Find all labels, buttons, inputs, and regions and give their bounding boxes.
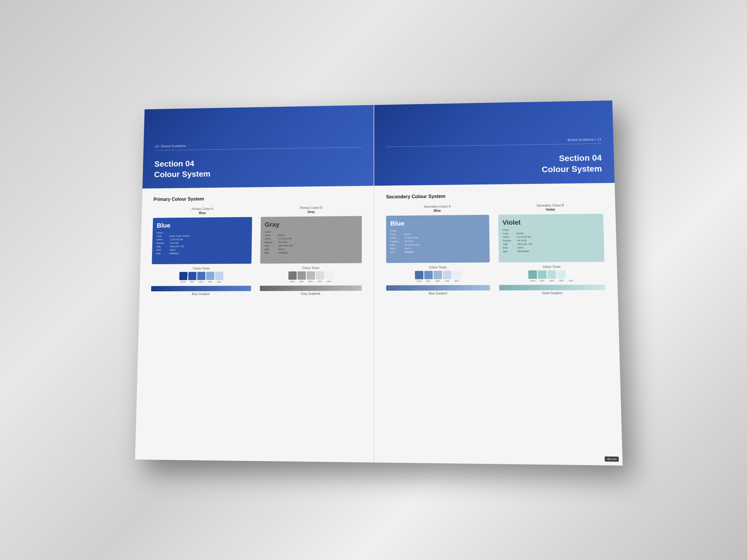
violet-gradient-bar	[499, 285, 605, 290]
gray-tone-4	[315, 271, 324, 280]
blue2-colour-card: Blue Colour Code: 222222 CMYK : 12 34 56…	[386, 215, 490, 263]
right-section-line2: Colour System	[542, 163, 602, 175]
blue-tones-label: Colour Tones	[192, 267, 210, 270]
blue2-tone-3	[433, 271, 442, 279]
primary-colour-heading: Primary Colour System	[153, 195, 362, 202]
blue2-tone-2	[424, 271, 433, 279]
primary-a-label: Primary Colour A	[191, 207, 213, 210]
primary-b-label: Primary Colour B	[300, 206, 322, 210]
blue-tone-2	[188, 272, 196, 280]
blue-tone-4	[206, 272, 214, 280]
blue-tones	[151, 272, 251, 280]
blue-gradient-bar	[151, 286, 251, 291]
gray-card-name: Gray	[265, 220, 358, 229]
violet-colour-card: Violet Colour Code: 222222 CMYK : 12 34 …	[498, 214, 604, 262]
watermark: ui8.com	[604, 456, 619, 462]
blue-colour-card: Blue Colour Code: Colour Code: 222222 CM…	[152, 217, 252, 264]
right-section-line1: Section 04	[541, 153, 601, 164]
blue2-tone-1	[415, 271, 423, 279]
page-right: Brand Guideline | 13 Section 04 Colour S…	[374, 101, 623, 466]
gray-gradient-label: Gray Gradientt	[301, 292, 320, 295]
gray-tone-5	[325, 271, 333, 280]
blue2-tones	[386, 270, 490, 279]
primary-a-col: Primary Colour A Blue Blue Colour Code: …	[151, 207, 252, 296]
left-brand-label: 12 | Brand Guideline	[155, 141, 362, 148]
gray-tones	[260, 271, 362, 280]
left-header-rule	[155, 147, 362, 151]
blue2-tone-5	[452, 271, 461, 279]
secondary-b-label: Secondery Colour B	[536, 204, 564, 207]
right-header-rule	[386, 143, 601, 147]
blue-tone-3	[197, 272, 205, 280]
secondary-a-col: Secondery Colour A Blue Blue Colour Code…	[386, 205, 490, 295]
blue-tone-1	[179, 272, 187, 280]
primary-b-name: Gray	[307, 210, 315, 213]
primary-a-name: Blue	[199, 211, 206, 215]
secondary-b-col: Secondery Colour B Violet Violet Colour …	[498, 203, 605, 295]
gray-tones-label: Colour Tones	[302, 266, 319, 270]
primary-b-col: Primary Colour B Gray Gray Colour Code: …	[260, 206, 362, 295]
gray-gradient-bar	[260, 285, 361, 291]
left-header-band: 12 | Brand Guideline Section 04 Colour S…	[142, 105, 374, 189]
blue-card-name: Blue	[156, 221, 248, 230]
right-section-title: Section 04 Colour System	[541, 153, 602, 175]
secondary-a-name: Blue	[434, 209, 441, 212]
blue2-gradient-label: Blue Gradient	[429, 292, 447, 295]
secondary-a-label: Secondery Colour A	[424, 205, 450, 208]
blue-gradient-label: Blue Gradient	[192, 292, 210, 295]
violet-tones-label: Colour Tones	[542, 265, 561, 268]
page-left: 12 | Brand Guideline Section 04 Colour S…	[135, 105, 374, 463]
gray-tone-2	[297, 271, 306, 280]
secondary-b-name: Violet	[546, 208, 555, 211]
left-section-title: Section 04 Colour System	[154, 156, 362, 180]
book-spread: 12 | Brand Guideline Section 04 Colour S…	[135, 101, 623, 466]
violet-card-info: Colour Code: 222222 CMYK : 12 34 56 789 …	[503, 228, 600, 254]
right-header-band: Brand Guideline | 13 Section 04 Colour S…	[374, 101, 614, 186]
gray-percent-row: 100% 80% 60% 40% 20%	[260, 280, 362, 283]
violet-tone-4	[557, 270, 565, 278]
left-page-content: Primary Colour System Primary Colour A B…	[135, 186, 374, 462]
gray-tone-1	[288, 271, 297, 280]
blue2-tones-label: Colour Tones	[429, 266, 446, 269]
violet-tone-1	[528, 270, 537, 279]
blue2-card-info: Colour Code: 222222 CMYK : 12 34 56 789 …	[390, 229, 485, 254]
gray-card-info: Colour Code: 222222 CMYK : 12 34 56 789 …	[264, 230, 358, 255]
gray-colour-card: Gray Colour Code: 222222 CMYK : 12 34 56…	[260, 216, 362, 264]
secondary-colour-cards: Secondery Colour A Blue Blue Colour Code…	[386, 203, 605, 295]
violet-tone-5	[566, 270, 575, 278]
violet-tones	[499, 270, 605, 279]
violet-gradient-label: Violet Gradient	[542, 291, 562, 295]
blue-percent-row: 100% 80% 60% 40% 20%	[151, 281, 251, 283]
blue2-card-name: Blue	[390, 219, 485, 228]
blue2-tone-4	[443, 271, 451, 279]
blue2-percent-row: 100% 80% 50% 40% 20%	[386, 280, 490, 283]
right-page-content: Secondery Colour System Secondery Colour…	[374, 183, 622, 466]
secondary-colour-heading: Secondery Colour System	[386, 192, 602, 200]
blue2-gradient-bar	[386, 285, 490, 291]
primary-colour-cards: Primary Colour A Blue Blue Colour Code: …	[151, 206, 362, 295]
violet-percent-row: 100% 80% 60% 40% 20%	[499, 279, 605, 282]
violet-tone-3	[547, 270, 556, 278]
blue-tone-5	[215, 272, 223, 280]
violet-tone-2	[538, 270, 546, 279]
gray-tone-3	[306, 271, 315, 280]
blue-card-info: Colour Code: Colour Code: 222222 CMYK : …	[156, 231, 248, 256]
violet-card-name: Violet	[503, 218, 599, 226]
right-brand-label: Brand Guideline | 13	[567, 138, 601, 142]
